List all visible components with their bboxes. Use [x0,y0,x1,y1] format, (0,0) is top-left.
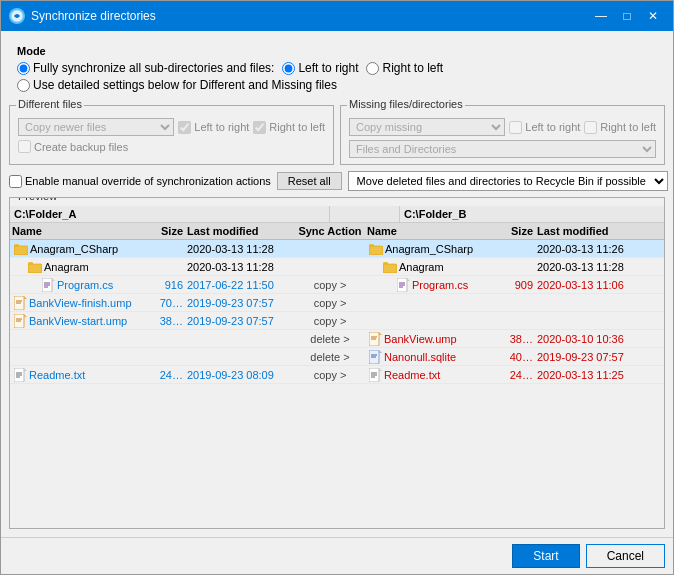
mode-detailed-radio[interactable] [17,79,30,92]
cell-modified-a: 2020-03-13 11:28 [185,242,295,256]
cell-name-a: BankView-start.ump [10,313,150,329]
filename-b: Anagram_CSharp [385,243,473,255]
cell-size-b: 40… [500,350,535,364]
cell-name-b: Readme.txt [365,367,500,383]
backup-checkbox[interactable] [18,140,31,153]
mode-detailed-label[interactable]: Use detailed settings below for Differen… [17,78,337,92]
table-row[interactable]: BankView-finish.ump 70… 2019-09-23 07:57… [10,294,664,312]
maximize-button[interactable]: □ [615,6,639,26]
cell-name-b [365,302,500,304]
override-checkbox[interactable] [9,175,22,188]
cell-modified-a: 2020-03-13 11:28 [185,260,295,274]
svg-marker-49 [379,368,382,371]
different-files-select[interactable]: Copy newer files [18,118,174,136]
table-row[interactable]: delete > Nanonull.sqlite 40… 2019-09-23 … [10,348,664,366]
settings-row: Different files Copy newer files Left to… [9,105,665,165]
cell-size-a [150,248,185,250]
cell-name-a [10,338,150,340]
cell-size-a [150,338,185,340]
title-bar-left: Synchronize directories [9,8,156,24]
minimize-button[interactable]: — [589,6,613,26]
cell-name-a: Anagram_CSharp [10,242,150,256]
svg-marker-28 [24,296,27,299]
cancel-button[interactable]: Cancel [586,544,665,568]
svg-rect-11 [28,262,33,265]
mode-full-sync-radio[interactable] [17,62,30,75]
mode-row2: Use detailed settings below for Differen… [17,78,657,92]
cell-name-a [10,356,150,358]
missing-files-label: Missing files/directories [347,98,465,110]
cell-size-b [500,248,535,250]
cell-size-b: 909 [500,278,535,292]
cell-modified-b: 2020-03-13 11:26 [535,242,635,256]
diff-right-chk-label[interactable]: Right to left [253,121,325,134]
close-button[interactable]: ✕ [641,6,665,26]
filename-b: Anagram [399,261,444,273]
mode-right-left-radio[interactable] [366,62,379,75]
cell-modified-a: 2017-06-22 11:50 [185,278,295,292]
mode-left-right-label[interactable]: Left to right [282,61,358,75]
diff-left-chk-label[interactable]: Left to right [178,121,249,134]
cell-sync-action: copy > [295,296,365,310]
cell-size-b [500,320,535,322]
mode-row1: Fully synchronize all sub-directories an… [17,61,657,75]
move-deleted-select[interactable]: Move deleted files and directories to Re… [348,171,668,191]
table-row[interactable]: Anagram_CSharp 2020-03-13 11:28 Anagram_… [10,240,664,258]
backup-text: Create backup files [34,141,128,153]
reset-all-button[interactable]: Reset all [277,172,342,190]
missing-left-text: Left to right [525,121,580,133]
backup-chk-label[interactable]: Create backup files [18,140,325,153]
svg-rect-3 [14,244,19,247]
col-name-b-header: Name [365,224,500,238]
mode-right-left-label[interactable]: Right to left [366,61,443,75]
missing-left-checkbox[interactable] [509,121,522,134]
mode-left-right-radio[interactable] [282,62,295,75]
table-row[interactable]: delete > BankView.ump 38… 2020-03-10 10:… [10,330,664,348]
folder-headers: C:\Folder_A C:\Folder_B [10,206,664,223]
cell-name-a: BankView-finish.ump [10,295,150,311]
filename-a: Program.cs [57,279,113,291]
table-row[interactable]: Anagram 2020-03-13 11:28 Anagram 2020-03… [10,258,664,276]
missing-files-select[interactable]: Copy missing [349,118,505,136]
cell-modified-b: 2020-03-10 10:36 [535,332,635,346]
missing-right-text: Right to left [600,121,656,133]
different-files-label: Different files [16,98,84,110]
mode-full-sync-label[interactable]: Fully synchronize all sub-directories an… [17,61,274,75]
cell-modified-a: 2019-09-23 08:09 [185,368,295,382]
diff-right-checkbox[interactable] [253,121,266,134]
cell-modified-b: 2020-03-13 11:28 [535,260,635,274]
start-button[interactable]: Start [512,544,579,568]
mode-label: Mode [17,45,657,57]
column-headers: Name Size Last modified Sync Action Name… [10,223,664,240]
col-modified-header: Last modified [185,224,295,238]
bottom-bar: Start Cancel [1,537,673,574]
missing-right-chk-label[interactable]: Right to left [584,121,656,134]
files-dirs-select[interactable]: Files and Directories [349,140,656,158]
cell-name-b: BankView.ump [365,331,500,347]
preview-section: Preview C:\Folder_A C:\Folder_B Name Siz… [9,197,665,529]
table-row[interactable]: BankView-start.ump 38… 2019-09-23 07:57 … [10,312,664,330]
table-row[interactable]: Readme.txt 24… 2019-09-23 08:09 copy > R… [10,366,664,384]
filename-b: BankView.ump [384,333,457,345]
cell-sync-action: copy > [295,368,365,382]
missing-left-chk-label[interactable]: Left to right [509,121,580,134]
cell-name-a: Anagram [10,260,150,274]
override-chk-label[interactable]: Enable manual override of synchronizatio… [9,175,271,188]
cell-modified-b: 2020-03-13 11:06 [535,278,635,292]
filename-a: Readme.txt [29,369,85,381]
window-icon [9,8,25,24]
table-row[interactable]: Program.cs 916 2017-06-22 11:50 copy > P… [10,276,664,294]
preview-inner: C:\Folder_A C:\Folder_B Name Size Last m… [10,206,664,528]
col-name-header: Name [10,224,150,238]
folder-a-header: C:\Folder_A [10,206,330,222]
table-area: Anagram_CSharp 2020-03-13 11:28 Anagram_… [10,240,664,528]
sync-space-header [330,206,400,222]
override-row: Enable manual override of synchronizatio… [9,171,665,191]
cell-modified-a: 2019-09-23 07:57 [185,296,295,310]
mode-detailed-text: Use detailed settings below for Differen… [33,78,337,92]
cell-modified-b: 2019-09-23 07:57 [535,350,635,364]
missing-right-checkbox[interactable] [584,121,597,134]
diff-left-checkbox[interactable] [178,121,191,134]
mode-left-right-text: Left to right [298,61,358,75]
svg-marker-18 [52,278,55,281]
